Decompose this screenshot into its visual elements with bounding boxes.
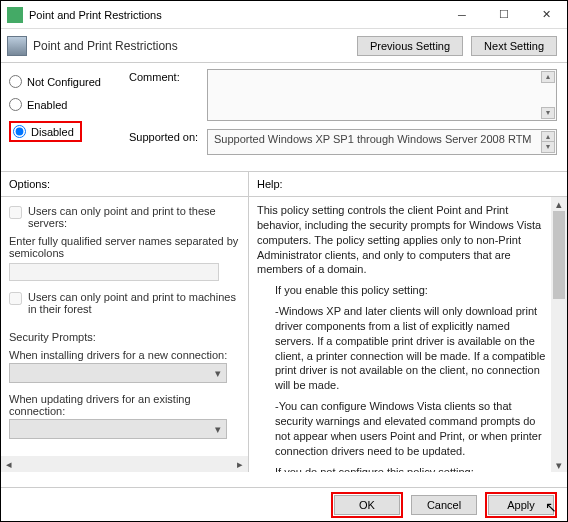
scroll-right-icon[interactable]: ▸ — [232, 456, 248, 472]
scroll-up-icon[interactable]: ▴ — [551, 197, 567, 211]
supported-label: Supported on: — [129, 129, 207, 155]
servers-hint: Enter fully qualified server names separ… — [9, 235, 240, 259]
titlebar: Point and Print Restrictions ─ ☐ ✕ — [1, 1, 567, 29]
help-vscrollbar[interactable]: ▴ ▾ — [551, 197, 567, 472]
radio-enabled[interactable]: Enabled — [9, 98, 129, 111]
chk-forest-only[interactable]: Users can only point and print to machin… — [9, 291, 240, 315]
config-area: Not Configured Enabled Disabled Comment:… — [1, 63, 567, 172]
install-drivers-label: When installing drivers for a new connec… — [9, 349, 240, 361]
update-drivers-combo[interactable]: ▾ — [9, 419, 227, 439]
next-setting-button[interactable]: Next Setting — [471, 36, 557, 56]
minimize-button[interactable]: ─ — [441, 1, 483, 29]
radio-not-configured[interactable]: Not Configured — [9, 75, 129, 88]
ok-button[interactable]: OK — [334, 495, 400, 515]
app-icon — [7, 7, 23, 23]
scroll-left-icon[interactable]: ◂ — [1, 456, 17, 472]
options-hscrollbar[interactable]: ◂ ▸ — [1, 456, 248, 472]
close-button[interactable]: ✕ — [525, 1, 567, 29]
dialog-footer: OK Cancel Apply — [1, 487, 567, 521]
chevron-down-icon: ▾ — [210, 364, 226, 382]
scroll-down-icon[interactable]: ▾ — [551, 458, 567, 472]
options-title: Options: — [1, 172, 248, 196]
policy-icon — [7, 36, 27, 56]
cancel-button[interactable]: Cancel — [411, 495, 477, 515]
policy-header: Point and Print Restrictions Previous Se… — [1, 29, 567, 63]
chk-servers-only[interactable]: Users can only point and print to these … — [9, 205, 240, 229]
policy-title: Point and Print Restrictions — [33, 39, 178, 53]
help-title: Help: — [249, 172, 567, 196]
window-title: Point and Print Restrictions — [29, 9, 162, 21]
install-drivers-combo[interactable]: ▾ — [9, 363, 227, 383]
help-text: This policy setting controls the client … — [249, 196, 567, 472]
scroll-up-icon[interactable]: ▴ — [541, 71, 555, 83]
update-drivers-label: When updating drivers for an existing co… — [9, 393, 240, 417]
chevron-down-icon: ▾ — [210, 420, 226, 438]
scroll-down-icon[interactable]: ▾ — [541, 141, 555, 153]
apply-button[interactable]: Apply — [488, 495, 554, 515]
previous-setting-button[interactable]: Previous Setting — [357, 36, 463, 56]
supported-on-box: Supported Windows XP SP1 through Windows… — [207, 129, 557, 155]
scroll-down-icon[interactable]: ▾ — [541, 107, 555, 119]
help-pane: Help: This policy setting controls the c… — [249, 172, 567, 472]
servers-input[interactable] — [9, 263, 219, 281]
scrollbar-thumb[interactable] — [553, 211, 565, 299]
comment-label: Comment: — [129, 69, 207, 121]
comment-textarea[interactable]: ▴ ▾ — [207, 69, 557, 121]
maximize-button[interactable]: ☐ — [483, 1, 525, 29]
security-prompts-label: Security Prompts: — [9, 331, 240, 343]
radio-disabled[interactable]: Disabled — [13, 125, 74, 138]
options-pane: Options: Users can only point and print … — [1, 172, 249, 472]
